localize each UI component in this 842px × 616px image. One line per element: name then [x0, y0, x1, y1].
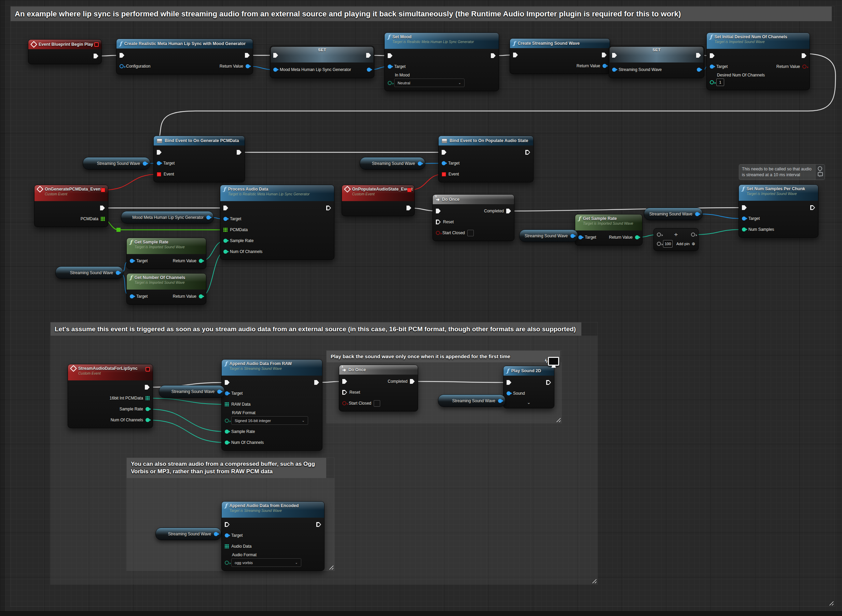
data-pin[interactable]	[116, 271, 120, 275]
exec-pin[interactable]	[602, 53, 607, 57]
data-pin[interactable]	[145, 418, 150, 422]
data-pin[interactable]	[342, 401, 346, 405]
exec-pin[interactable]	[802, 53, 807, 58]
node-bind1[interactable]: Bind Event to On Generate PCMDataTargetE…	[153, 136, 245, 182]
data-pin[interactable]	[223, 239, 228, 243]
exec-pin[interactable]	[513, 53, 518, 57]
variable-get-getMood[interactable]: Mood Meta Human Lip Sync Generator	[121, 211, 214, 224]
delegate-pin[interactable]	[94, 43, 99, 47]
data-pin[interactable]	[145, 407, 150, 411]
exec-pin[interactable]	[316, 522, 321, 527]
checkbox[interactable]	[374, 400, 380, 407]
node-ev2[interactable]: OnPopulateAudioState_EventCustom Event	[342, 185, 415, 216]
data-pin[interactable]	[130, 259, 134, 263]
node-bind2[interactable]: Bind Event to On Populate Audio StateTar…	[438, 136, 533, 182]
delegate-pin[interactable]	[101, 188, 105, 192]
data-pin[interactable]	[199, 294, 203, 298]
variable-get-getSSW_h[interactable]: Streaming Sound Wave	[156, 528, 221, 540]
exec-pin[interactable]	[742, 205, 747, 210]
array-pin[interactable]	[225, 402, 229, 406]
data-pin[interactable]	[742, 227, 746, 232]
delegate-pin[interactable]	[442, 172, 446, 176]
data-pin[interactable]	[498, 399, 502, 403]
array-pin[interactable]	[223, 228, 228, 232]
variable-get-getSSW_f[interactable]: Streaming Sound Wave	[159, 385, 225, 398]
node-ev1[interactable]: OnGeneratePCMData_EventCustom EventPCMDa…	[34, 185, 108, 227]
node-play2d[interactable]: ƒPlay Sound 2DSound⌄	[503, 366, 554, 408]
variable-get-getSSW_g[interactable]: Streaming Sound Wave	[438, 395, 505, 407]
data-pin[interactable]	[691, 233, 695, 237]
variable-get-getSSW_d[interactable]: Streaming Sound Wave	[519, 229, 578, 242]
exec-pin[interactable]	[245, 53, 250, 58]
exec-pin[interactable]	[810, 205, 815, 210]
exec-pin[interactable]	[436, 209, 441, 213]
exec-pin[interactable]	[100, 205, 105, 210]
divisor-input[interactable]: 100	[663, 240, 673, 248]
exec-pin[interactable]	[436, 220, 441, 224]
add-pin-icon[interactable]: ⊕	[692, 241, 695, 246]
data-pin[interactable]	[570, 234, 575, 238]
checkbox[interactable]	[467, 230, 474, 236]
exec-pin[interactable]	[119, 53, 124, 58]
data-pin[interactable]	[199, 259, 203, 263]
blueprint-canvas[interactable]: An example where lip sync is performed w…	[0, 0, 842, 616]
data-pin[interactable]	[742, 217, 746, 221]
node-divide[interactable]: ÷100Add pin⊕	[654, 228, 698, 251]
exec-pin[interactable]	[507, 380, 511, 385]
data-pin[interactable]	[206, 216, 210, 220]
node-chunk[interactable]: ƒSet Num Samples Per ChunkTarget is Impo…	[739, 185, 818, 238]
node-doonce2[interactable]: ➜1Do OnceCompletedResetStart Closed	[339, 365, 418, 411]
dropdown-raw-format[interactable]: Signed 16-bit integer⌄	[231, 416, 308, 425]
data-pin[interactable]	[507, 391, 511, 395]
node-gnc[interactable]: ƒGet Number Of ChannelsTarget is Importe…	[126, 273, 206, 305]
exec-pin[interactable]	[366, 53, 371, 58]
variable-get-getSSW_a[interactable]: Streaming Sound Wave	[83, 157, 150, 170]
data-pin[interactable]	[710, 80, 714, 84]
exec-pin[interactable]	[225, 380, 229, 385]
exec-pin[interactable]	[273, 53, 278, 58]
data-pin[interactable]	[119, 64, 123, 68]
node-gsr1[interactable]: ƒGet Sample RateTarget is Imported Sound…	[126, 238, 206, 269]
node-appendEnc[interactable]: ƒAppend Audio Data from EncodedTarget is…	[221, 501, 325, 571]
pushpin-icon[interactable]	[817, 165, 823, 172]
node-process[interactable]: ƒProcess Audio DataTarget is Realistic M…	[220, 185, 334, 260]
data-pin[interactable]	[225, 440, 229, 444]
exec-pin[interactable]	[710, 53, 714, 58]
expand-chevron-icon[interactable]: ⌄	[507, 400, 551, 405]
comment-bubble-icon[interactable]	[818, 172, 823, 176]
exec-pin[interactable]	[410, 379, 415, 384]
value-input[interactable]: 1	[716, 79, 724, 86]
data-pin[interactable]	[657, 233, 661, 237]
node-setMood[interactable]: ƒSet MoodTarget is Realistic Meta Human …	[384, 32, 499, 91]
data-pin[interactable]	[367, 67, 371, 72]
exec-pin[interactable]	[407, 205, 411, 210]
node-appendRaw[interactable]: ƒAppend Audio Data From RAWTarget is Str…	[221, 359, 322, 451]
exec-pin[interactable]	[94, 54, 98, 59]
data-pin[interactable]	[157, 161, 161, 165]
data-pin[interactable]	[225, 430, 229, 434]
data-pin[interactable]	[697, 67, 701, 72]
data-pin[interactable]	[418, 161, 422, 166]
variable-get-getSSW_e[interactable]: Streaming Sound Wave	[644, 208, 702, 220]
array-pin[interactable]	[225, 544, 229, 549]
data-pin[interactable]	[273, 67, 277, 72]
variable-get-getSSW_c[interactable]: Streaming Sound Wave	[55, 266, 123, 279]
data-pin[interactable]	[695, 212, 699, 216]
node-set2[interactable]: SETStreaming Sound Wave	[609, 46, 704, 78]
array-pin[interactable]	[101, 217, 105, 221]
exec-pin[interactable]	[696, 53, 701, 58]
exec-pin[interactable]	[388, 53, 392, 58]
exec-pin[interactable]	[506, 209, 511, 213]
data-pin[interactable]	[388, 65, 392, 69]
delegate-pin[interactable]	[145, 367, 150, 371]
exec-pin[interactable]	[314, 380, 319, 385]
dropdown-audio-format[interactable]: ogg vorbis⌄	[231, 558, 301, 567]
node-gsr2[interactable]: ƒGet Sample RateTarget is Imported Sound…	[575, 214, 642, 245]
exec-pin[interactable]	[145, 385, 150, 390]
data-pin[interactable]	[802, 65, 807, 69]
data-pin[interactable]	[578, 235, 582, 239]
exec-pin[interactable]	[525, 150, 530, 155]
exec-pin[interactable]	[237, 150, 241, 155]
data-pin[interactable]	[217, 390, 221, 394]
data-pin[interactable]	[214, 532, 218, 536]
